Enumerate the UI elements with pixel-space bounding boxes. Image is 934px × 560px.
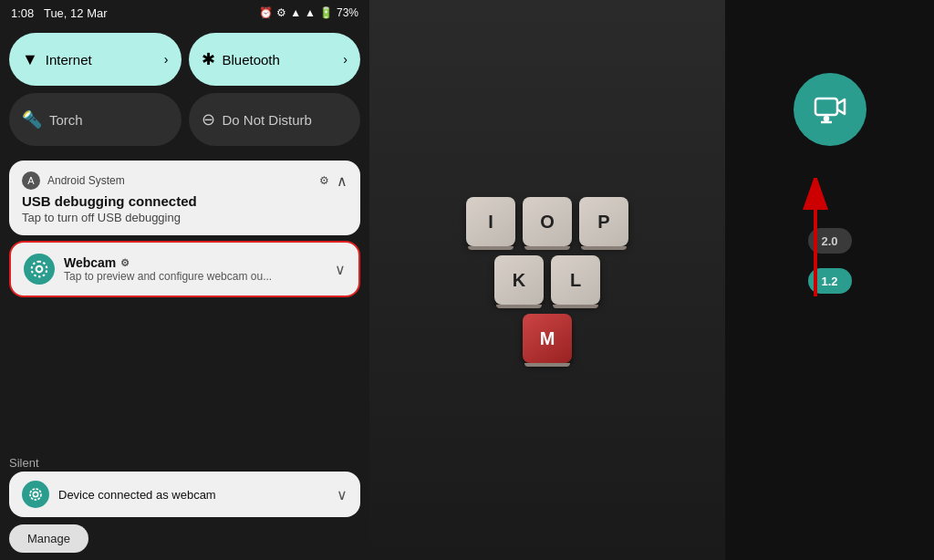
internet-tile[interactable]: ▼ Internet ›	[9, 33, 182, 86]
internet-tile-label: Internet	[46, 52, 157, 67]
keyboard-background: I O P K L M	[369, 0, 725, 560]
key-l: L	[551, 255, 600, 305]
status-time-date: 1:08 Tue, 12 Mar	[11, 6, 108, 20]
screen-record-button[interactable]	[794, 73, 867, 146]
silent-label: Silent	[0, 451, 369, 472]
device-connected-card[interactable]: Device connected as webcam ∨	[9, 472, 360, 517]
torch-tile-label: Torch	[49, 112, 169, 128]
notification-shade: 1:08 Tue, 12 Mar ⏰ ⚙ ▲ ▲ 🔋 73% ▼ Interne…	[0, 0, 369, 560]
bluetooth-tile-icon: ✱	[202, 49, 215, 69]
bluetooth-tile-arrow: ›	[343, 52, 348, 67]
webcam-title: Webcam ⚙	[64, 255, 326, 270]
notifications-area: A Android System ⚙ ∧ USB debugging conne…	[0, 153, 369, 451]
keyboard-row-3: M	[410, 314, 684, 363]
dnd-tile-icon: ⊖	[202, 109, 215, 130]
red-arrow	[784, 178, 847, 296]
time: 1:08	[11, 6, 34, 20]
key-p: P	[579, 197, 628, 246]
device-connected-label: Device connected as webcam	[58, 488, 327, 502]
wifi-icon: ▲	[290, 6, 301, 19]
alarm-icon: ⏰	[259, 6, 273, 19]
right-panel: 2.0 1.2	[725, 0, 934, 560]
android-notif-title: USB debugging connected	[22, 193, 348, 209]
tiles-row-1: ▼ Internet › ✱ Bluetooth ›	[9, 33, 360, 86]
bluetooth-tile[interactable]: ✱ Bluetooth ›	[189, 33, 361, 86]
dnd-tile[interactable]: ⊖ Do Not Disturb	[189, 93, 361, 146]
wifi-tile-icon: ▼	[22, 50, 38, 69]
keyboard-keys: I O P K L M	[392, 179, 702, 381]
settings-icon: ⚙	[276, 6, 286, 19]
android-system-icon: A	[22, 171, 40, 190]
tiles-row-2: 🔦 Torch ⊖ Do Not Disturb	[9, 93, 360, 146]
keyboard-visual-area: I O P K L M	[369, 0, 725, 560]
bluetooth-tile-label: Bluetooth	[223, 52, 337, 67]
torch-tile-icon: 🔦	[22, 109, 42, 130]
svg-rect-3	[815, 99, 837, 115]
torch-tile[interactable]: 🔦 Torch	[9, 93, 182, 146]
internet-tile-arrow: ›	[164, 52, 169, 67]
webcam-body: Tap to preview and configure webcam ou..…	[64, 270, 326, 283]
svg-point-1	[33, 492, 37, 496]
battery-icon: 🔋	[319, 6, 333, 19]
android-notif-body: Tap to turn off USB debugging	[22, 211, 348, 224]
quick-tiles: ▼ Internet › ✱ Bluetooth › 🔦 Torch ⊖ Do …	[0, 26, 369, 153]
svg-point-2	[30, 489, 41, 500]
status-icons: ⏰ ⚙ ▲ ▲ 🔋 73%	[259, 6, 358, 19]
manage-button[interactable]: Manage	[9, 524, 88, 553]
webcam-icon	[24, 254, 55, 285]
android-system-app-name: Android System	[47, 174, 312, 187]
device-connected-chevron[interactable]: ∨	[337, 486, 348, 503]
status-bar: 1:08 Tue, 12 Mar ⏰ ⚙ ▲ ▲ 🔋 73%	[0, 0, 369, 26]
key-k: K	[494, 255, 544, 305]
key-m: M	[523, 314, 572, 363]
keyboard-row-1: I O P	[410, 197, 684, 246]
android-notif-header: A Android System ⚙ ∧	[22, 171, 348, 190]
webcam-text: Webcam ⚙ Tap to preview and configure we…	[64, 255, 326, 283]
svg-point-4	[825, 117, 828, 120]
android-notif-chevron[interactable]: ∧	[337, 172, 348, 190]
data-icon: ▲	[305, 6, 316, 19]
battery-percent: 73%	[337, 6, 358, 19]
key-i: I	[466, 197, 515, 246]
android-system-notification[interactable]: A Android System ⚙ ∧ USB debugging conne…	[9, 161, 360, 235]
webcam-row: Webcam ⚙ Tap to preview and configure we…	[24, 254, 346, 285]
device-webcam-icon	[22, 481, 49, 508]
android-notif-settings-icon: ⚙	[319, 174, 329, 187]
webcam-notification[interactable]: Webcam ⚙ Tap to preview and configure we…	[9, 241, 360, 297]
date: Tue, 12 Mar	[44, 6, 108, 20]
webcam-settings-icon: ⚙	[120, 257, 130, 269]
svg-point-0	[36, 266, 43, 273]
key-o: O	[523, 197, 572, 246]
keyboard-row-2: K L	[410, 255, 684, 305]
dnd-tile-label: Do Not Disturb	[223, 112, 348, 128]
webcam-chevron[interactable]: ∨	[335, 261, 346, 278]
